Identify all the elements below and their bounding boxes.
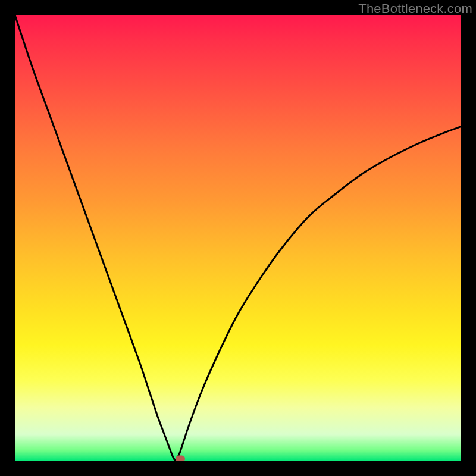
optimal-marker: [176, 456, 185, 461]
bottleneck-curve-right: [176, 127, 461, 462]
bottleneck-curve-left: [15, 15, 176, 461]
watermark-label: TheBottleneck.com: [358, 1, 472, 17]
plot-area: [15, 15, 461, 461]
chart-frame: TheBottleneck.com: [0, 0, 476, 476]
curve-layer: [15, 15, 461, 461]
